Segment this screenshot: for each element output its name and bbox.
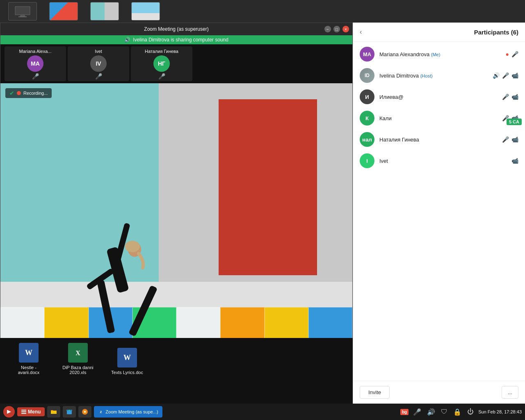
folder-icon [50, 409, 57, 415]
thumbnail-ivet[interactable]: Ivet IV 🎤 [68, 46, 129, 81]
icon-label-excel: DiP Baza danni 2020.xls [62, 365, 94, 375]
zoom-icon: Z [98, 409, 104, 415]
host-badge: (Host) [420, 73, 433, 78]
power-tray-icon[interactable]: ⏻ [466, 408, 475, 415]
mute-icon-mariana: 🎤 [32, 73, 39, 80]
network-tray-icon[interactable]: 🛡 [440, 408, 449, 415]
browser-icon [82, 409, 88, 415]
zoom-taskbar-button[interactable]: Z Zoom Meeting (as supe...) [94, 406, 162, 418]
svg-text:W: W [123, 354, 131, 362]
desktop-icon-excel[interactable]: X DiP Baza danni 2020.xls [62, 343, 94, 375]
participant-icons-natalia: 🎤 📹 [502, 136, 518, 143]
svg-text:W: W [25, 349, 32, 357]
svg-text:Z: Z [100, 410, 102, 414]
browser-button[interactable] [78, 406, 91, 418]
zoom-window-controls: − □ × [324, 26, 349, 32]
recording-badge: ✔ Recording... [5, 88, 52, 98]
avatar-ilieva-panel: И [360, 89, 374, 104]
thumbnail-natalia[interactable]: Наталия Гинева НГ 🎤 [131, 46, 192, 81]
desktop-icon-lyrics[interactable]: W Texts Lyrics.doc [111, 348, 144, 375]
participant-item-kali[interactable]: К Кали 🎤 📹 [353, 107, 525, 129]
svg-rect-3 [97, 280, 115, 333]
svg-rect-2 [18, 16, 27, 17]
avatar-kali-panel: К [360, 111, 374, 126]
shield-tray-icon[interactable]: 🔒 [452, 408, 463, 416]
me-badge: (Me) [431, 52, 441, 57]
panel-title: Participants (6) [474, 29, 518, 36]
participant-item-ilieva[interactable]: И Илиева@ 🎤 📹 [353, 86, 525, 107]
maximize-button[interactable]: □ [333, 26, 340, 32]
thumbnail-name-natalia: Наталия Гинева [143, 49, 180, 54]
thumbnail-name-mariana: Mariana Alexa... [18, 49, 53, 54]
svg-text:X: X [75, 349, 80, 356]
panel-bottom: Invite ... [353, 381, 525, 404]
sharing-banner: 🔊 Ivelina Dimitrova is sharing computer … [0, 35, 352, 44]
box-icon [66, 409, 73, 415]
mute-icon-natalia-panel: 🎤 [502, 136, 509, 143]
thumbnail-mariana[interactable]: Mariana Alexa... MA 🎤 [5, 46, 66, 81]
desktop-icon-nestle[interactable]: W Nestle - avarii.docx [12, 343, 45, 375]
participant-item-mariana[interactable]: MA Mariana Alexandrova (Me) ● 🎤 [353, 43, 525, 65]
close-button[interactable]: × [342, 26, 349, 32]
word-icon-lyrics: W [117, 348, 137, 368]
participant-name-kali: Кали [379, 115, 497, 121]
speaker-tray-icon[interactable]: 🔊 [426, 408, 436, 416]
zoom-taskbar-label: Zoom Meeting (as supe...) [105, 409, 158, 414]
file-manager-button[interactable] [47, 406, 60, 418]
participant-item-ivelina[interactable]: ID Ivelina Dimitrova (Host) 🔊 🎤 📹 [353, 65, 525, 86]
participant-name-ilieva: Илиева@ [379, 94, 497, 100]
invite-button[interactable]: Invite [360, 386, 390, 399]
svg-point-9 [125, 241, 140, 252]
window-thumb-monitor[interactable] [8, 2, 37, 21]
mute-icon-ilieva: 🎤 [502, 94, 509, 100]
participant-item-natalia-panel[interactable]: нал Наталия Гинева 🎤 📹 [353, 129, 525, 150]
taskbar-right: bg 🎤 🔊 🛡 🔒 ⏻ Sun Feb 28, 17:28:43 [400, 408, 522, 416]
minimize-button[interactable]: − [324, 26, 331, 32]
participants-panel: ‹ Participants (6) MA Mariana Alexandrov… [353, 23, 525, 404]
taskbar: Menu [0, 404, 525, 420]
taskbar-left: Menu [3, 406, 162, 418]
menu-icon [21, 409, 26, 414]
recording-dot [17, 91, 21, 95]
svg-rect-21 [67, 411, 72, 414]
record-icon-mariana: ● [506, 51, 509, 57]
more-options-button[interactable]: ... [502, 386, 518, 399]
window-thumbnails-strip [0, 0, 525, 23]
zoom-title: Zoom Meeting (as superuser) [144, 26, 208, 32]
taskbar-red-icon[interactable] [3, 406, 15, 418]
svg-rect-4 [128, 285, 158, 336]
thumbnail-name-ivet: Ivet [93, 49, 104, 54]
mute-icon-mariana-panel: 🎤 [511, 51, 518, 57]
mic-tray-icon[interactable]: 🎤 [412, 408, 422, 416]
recording-label: Recording... [23, 91, 48, 96]
desktop-icons-area: W Nestle - avarii.docx X DiP Baza danni … [12, 343, 144, 375]
window-thumb-2[interactable] [90, 2, 119, 21]
excel-icon-dip: X [68, 343, 88, 363]
taskbar-menu-button[interactable]: Menu [17, 407, 45, 416]
avatar-natalia: НГ [153, 55, 170, 72]
package-manager-button[interactable] [63, 406, 76, 418]
participant-item-ivet-panel[interactable]: I Ivet 📹 [353, 150, 525, 171]
word-icon-nestle: W [19, 343, 39, 363]
avatar-ivet-panel: I [360, 153, 374, 168]
svg-rect-1 [20, 15, 25, 16]
icon-label-nestle: Nestle - avarii.docx [12, 365, 45, 375]
zoom-titlebar: Zoom Meeting (as superuser) − □ × [0, 23, 352, 35]
participant-icons-ivet: 📹 [511, 158, 518, 164]
participant-icons-mariana: ● 🎤 [506, 51, 518, 57]
collapse-panel-button[interactable]: ‹ [360, 28, 362, 36]
window-thumb-3[interactable] [131, 2, 160, 21]
participant-icons-ivelina: 🔊 🎤 📹 [493, 72, 518, 79]
video-icon-ivelina: 📹 [511, 72, 518, 79]
video-off-icon-ilieva: 📹 [511, 94, 518, 100]
speaker-icon-ivelina: 🔊 [493, 72, 500, 79]
dancer-figure [71, 215, 178, 346]
svg-rect-19 [21, 413, 26, 414]
avatar-mariana-panel: MA [360, 47, 374, 62]
language-flag[interactable]: bg [400, 409, 409, 415]
svg-rect-20 [51, 411, 57, 414]
participant-thumbnails-strip: Mariana Alexa... MA 🎤 Ivet IV 🎤 Наталия … [0, 44, 352, 83]
svg-rect-17 [21, 410, 26, 411]
window-thumb-1[interactable] [49, 2, 78, 21]
svg-rect-23 [68, 410, 70, 411]
